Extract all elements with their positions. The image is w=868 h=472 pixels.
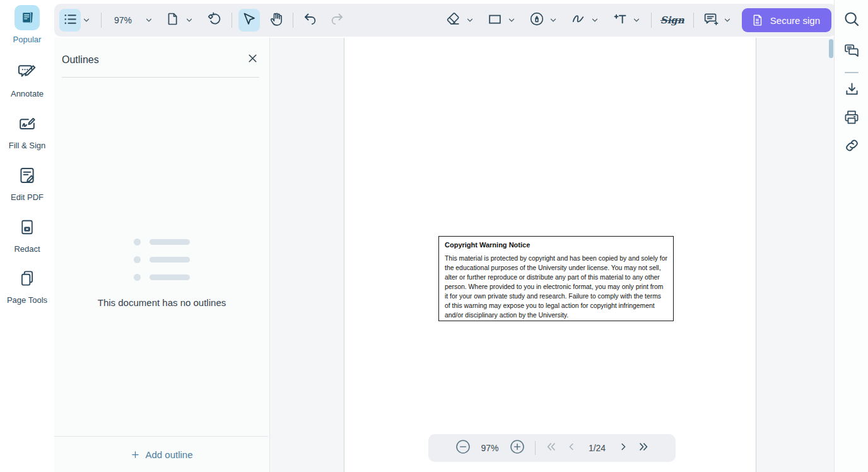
chevron-down-icon[interactable] <box>143 9 155 32</box>
chevron-down-icon[interactable] <box>464 9 476 32</box>
sidebar-item-label: Page Tools <box>7 295 47 305</box>
download-icon <box>843 81 860 100</box>
secure-sign-icon <box>751 13 765 27</box>
toolbar-divider <box>651 13 652 28</box>
vertical-scrollbar-thumb[interactable] <box>829 39 833 58</box>
outline-empty-illustration <box>134 239 190 281</box>
sidebar-item-popular[interactable]: Popular <box>0 5 54 44</box>
sidebar-item-label: Edit PDF <box>11 192 44 202</box>
comments-icon <box>843 42 860 62</box>
outlines-panel: Outlines This document has no outlines A… <box>54 38 270 472</box>
toolbar-divider <box>101 13 102 28</box>
plus-icon <box>131 450 140 459</box>
rectangle-shape-icon <box>487 11 503 30</box>
double-chevron-right-icon <box>637 440 650 456</box>
top-toolbar: 97% <box>54 4 836 37</box>
redo-button[interactable] <box>326 9 348 32</box>
toolbar-divider <box>293 13 293 28</box>
undo-button[interactable] <box>300 9 321 32</box>
sidebar-item-label: Popular <box>13 35 42 44</box>
first-page-button[interactable] <box>545 440 558 456</box>
link-icon <box>843 137 860 156</box>
next-page-button[interactable] <box>618 441 629 455</box>
hand-tool-button[interactable] <box>265 9 286 32</box>
pdf-editor-window: 97% <box>0 0 868 472</box>
page-tools-icon <box>15 266 40 291</box>
highlighter-tool-button[interactable] <box>526 9 548 32</box>
previous-page-button[interactable] <box>566 441 577 455</box>
outlines-empty-state: This document has no outlines <box>54 239 269 308</box>
pagination-bar: 97% 1/24 <box>428 434 676 462</box>
comment-add-icon <box>703 11 719 30</box>
sidebar-item-label: Redact <box>14 244 40 254</box>
sidebar-item-annotate[interactable]: Annotate <box>0 59 54 98</box>
sidebar-item-fill-sign[interactable]: Fill & Sign <box>0 111 54 150</box>
plus-circle-icon <box>509 439 525 457</box>
add-outline-label: Add outline <box>145 449 192 460</box>
sidebar-item-page-tools[interactable]: Page Tools <box>0 266 54 305</box>
outline-list-icon <box>62 11 78 30</box>
outlines-empty-message: This document has no outlines <box>98 297 226 308</box>
chevron-down-icon[interactable] <box>722 9 733 32</box>
chevron-down-icon[interactable] <box>631 9 642 32</box>
chevron-left-icon <box>566 441 577 455</box>
toolbar-divider <box>693 13 694 28</box>
redo-icon <box>329 11 344 29</box>
chevron-down-icon[interactable] <box>589 9 601 32</box>
add-comment-button[interactable] <box>700 9 722 32</box>
link-button[interactable] <box>835 137 868 156</box>
rotate-left-button[interactable] <box>204 9 225 32</box>
shape-tool-button[interactable] <box>484 9 506 32</box>
search-button[interactable] <box>835 10 868 30</box>
pagination-zoom-value: 97% <box>479 443 501 453</box>
page-layout-button[interactable] <box>162 9 184 32</box>
sidebar-item-redact[interactable]: Redact <box>0 215 54 254</box>
eraser-tool-button[interactable] <box>443 9 464 32</box>
chevron-down-icon[interactable] <box>184 9 195 32</box>
freehand-draw-button[interactable] <box>568 9 589 32</box>
add-text-button[interactable] <box>609 9 631 32</box>
page-indicator[interactable]: 1/24 <box>585 443 609 453</box>
rotate-left-icon <box>207 11 223 30</box>
freehand-draw-icon <box>570 11 586 30</box>
document-viewport[interactable]: Copyright Warning Notice This material i… <box>270 38 834 472</box>
panel-footer-divider <box>54 436 268 437</box>
hand-tool-icon <box>268 11 284 30</box>
zoom-in-button[interactable] <box>509 439 525 457</box>
copyright-notice-title: Copyright Warning Notice <box>445 241 667 249</box>
outlines-panel-title: Outlines <box>62 54 99 66</box>
chevron-down-icon[interactable] <box>506 9 517 32</box>
outline-panel-button[interactable] <box>59 9 81 32</box>
signature-tool-button[interactable]: Sign <box>658 15 687 26</box>
double-chevron-left-icon <box>545 440 558 456</box>
pdf-page: Copyright Warning Notice This material i… <box>344 38 756 472</box>
panel-divider <box>62 77 259 78</box>
page-icon <box>165 11 180 29</box>
pagination-divider <box>535 441 536 455</box>
sidebar-item-label: Annotate <box>11 89 44 98</box>
select-tool-button[interactable] <box>238 9 260 32</box>
comments-panel-button[interactable] <box>835 42 868 62</box>
popular-icon <box>15 5 40 30</box>
print-button[interactable] <box>835 109 868 129</box>
select-cursor-icon <box>242 11 257 29</box>
last-page-button[interactable] <box>637 440 650 456</box>
right-tool-rail <box>834 0 868 472</box>
undo-icon <box>303 11 318 29</box>
sidebar-item-label: Fill & Sign <box>9 141 46 150</box>
add-outline-button[interactable]: Add outline <box>54 444 269 464</box>
secure-sign-button[interactable]: Secure sign <box>742 8 831 32</box>
zoom-level-value[interactable]: 97% <box>108 15 138 25</box>
download-button[interactable] <box>835 81 868 100</box>
chevron-right-icon <box>618 441 629 455</box>
sidebar-item-edit-pdf[interactable]: Edit PDF <box>0 163 54 202</box>
close-panel-button[interactable] <box>245 50 261 69</box>
toolbar-divider <box>232 13 232 28</box>
rail-divider <box>845 72 859 73</box>
zoom-out-button[interactable] <box>455 439 471 457</box>
print-icon <box>843 109 860 129</box>
redact-icon <box>15 215 40 240</box>
chevron-down-icon[interactable] <box>548 9 559 32</box>
eraser-icon <box>445 11 461 30</box>
chevron-down-icon[interactable] <box>81 9 92 32</box>
